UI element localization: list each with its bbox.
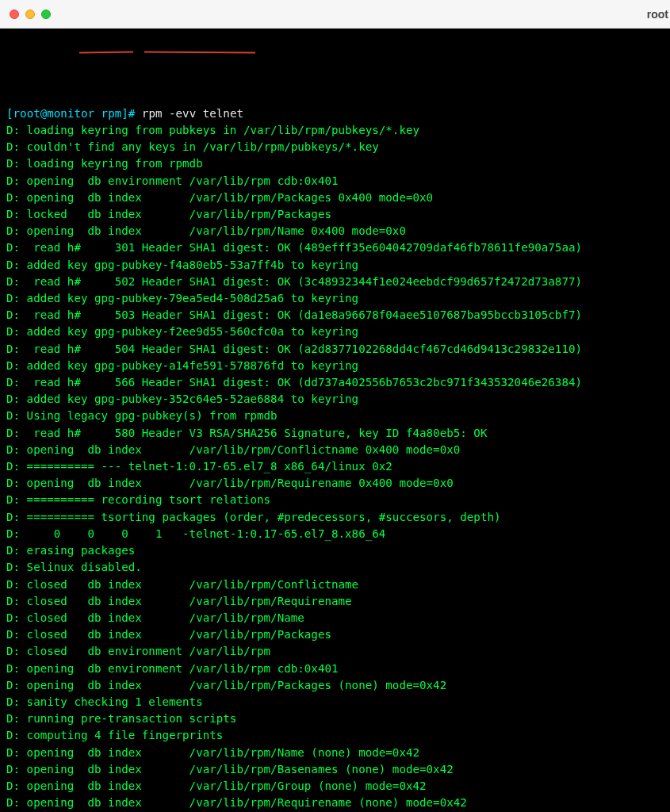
prompt-hash: # bbox=[128, 107, 142, 120]
output-line: D: running pre-transaction scripts bbox=[6, 710, 664, 727]
app-window: root [root@monitor rpm]# rpm -evv telnet… bbox=[0, 0, 670, 812]
output-line: D: opening db environment /var/lib/rpm c… bbox=[6, 661, 664, 677]
output-line: D: closed db index /var/lib/rpm/Packages bbox=[6, 626, 664, 643]
output-line: D: opening db index /var/lib/rpm/Package… bbox=[6, 677, 664, 694]
output-line: D: loading keyring from rpmdb bbox=[6, 155, 664, 172]
close-icon[interactable] bbox=[10, 10, 19, 19]
output-line: D: locked db index /var/lib/rpm/Packages bbox=[6, 206, 664, 223]
output-line: D: added key gpg-pubkey-352c64e5-52ae688… bbox=[6, 391, 664, 408]
command-text: rpm -evv telnet bbox=[142, 107, 243, 120]
output-line: D: opening db index /var/lib/rpm/Name 0x… bbox=[6, 223, 664, 239]
minimize-icon[interactable] bbox=[25, 10, 35, 19]
window-title: root bbox=[647, 0, 670, 29]
output-line: D: read h# 301 Header SHA1 digest: OK (4… bbox=[6, 239, 664, 256]
output-line: D: ========== recording tsort relations bbox=[6, 492, 664, 508]
output-line: D: read h# 580 Header V3 RSA/SHA256 Sign… bbox=[6, 425, 664, 442]
output-line: D: added key gpg-pubkey-f2ee9d55-560cfc0… bbox=[6, 324, 664, 340]
output-line: D: read h# 566 Header SHA1 digest: OK (d… bbox=[6, 374, 664, 391]
output-line: D: ========== --- telnet-1:0.17-65.el7_8… bbox=[6, 458, 664, 475]
output-line: D: opening db environment /var/lib/rpm c… bbox=[6, 173, 664, 190]
output-line: D: opening db index /var/lib/rpm/Name (n… bbox=[6, 745, 664, 761]
titlebar[interactable]: root bbox=[0, 0, 670, 29]
prompt-open-bracket: [ bbox=[6, 107, 13, 120]
output-line: D: read h# 504 Header SHA1 digest: OK (a… bbox=[6, 341, 664, 358]
output-line: D: opening db index /var/lib/rpm/Group (… bbox=[6, 778, 664, 795]
output-line: D: closed db index /var/lib/rpm/Name bbox=[6, 610, 664, 626]
output-line: D: added key gpg-pubkey-79ea5ed4-508d25a… bbox=[6, 290, 664, 307]
output-line: D: loading keyring from pubkeys in /var/… bbox=[6, 122, 664, 139]
annotation-underline bbox=[79, 51, 133, 53]
output-line: D: closed db index /var/lib/rpm/Requiren… bbox=[6, 593, 664, 610]
prompt-close-bracket: ] bbox=[121, 107, 128, 120]
output-line: D: added key gpg-pubkey-a14fe591-578876f… bbox=[6, 358, 664, 374]
traffic-lights bbox=[10, 10, 51, 19]
output-line: D: opening db index /var/lib/rpm/Require… bbox=[6, 475, 664, 492]
output-line: D: closed db environment /var/lib/rpm bbox=[6, 643, 664, 660]
output-line: D: opening db index /var/lib/rpm/Package… bbox=[6, 190, 664, 206]
terminal-output: D: loading keyring from pubkeys in /var/… bbox=[6, 122, 664, 812]
annotation-underline bbox=[144, 51, 255, 53]
output-line: D: Selinux disabled. bbox=[6, 559, 664, 576]
output-line: D: computing 4 file fingerprints bbox=[6, 727, 664, 744]
terminal-viewport[interactable]: [root@monitor rpm]# rpm -evv telnetD: lo… bbox=[0, 29, 670, 812]
output-line: D: ========== tsorting packages (order, … bbox=[6, 509, 664, 526]
prompt-line: [root@monitor rpm]# rpm -evv telnet bbox=[6, 105, 664, 122]
output-line: D: added key gpg-pubkey-f4a80eb5-53a7ff4… bbox=[6, 257, 664, 274]
output-line: D: read h# 503 Header SHA1 digest: OK (d… bbox=[6, 307, 664, 324]
output-line: D: read h# 502 Header SHA1 digest: OK (3… bbox=[6, 274, 664, 290]
output-line: D: opening db index /var/lib/rpm/Basenam… bbox=[6, 761, 664, 778]
output-line: D: sanity checking 1 elements bbox=[6, 694, 664, 710]
output-line: D: 0 0 0 1 -telnet-1:0.17-65.el7_8.x86_6… bbox=[6, 526, 664, 542]
output-line: D: opening db index /var/lib/rpm/Require… bbox=[6, 795, 664, 811]
output-line: D: opening db index /var/lib/rpm/Conflic… bbox=[6, 442, 664, 458]
output-line: D: closed db index /var/lib/rpm/Conflict… bbox=[6, 576, 664, 593]
maximize-icon[interactable] bbox=[41, 10, 51, 19]
output-line: D: Using legacy gpg-pubkey(s) from rpmdb bbox=[6, 408, 664, 424]
prompt-user-host: root@monitor rpm bbox=[13, 107, 122, 120]
output-line: D: couldn't find any keys in /var/lib/rp… bbox=[6, 139, 664, 155]
output-line: D: erasing packages bbox=[6, 542, 664, 559]
